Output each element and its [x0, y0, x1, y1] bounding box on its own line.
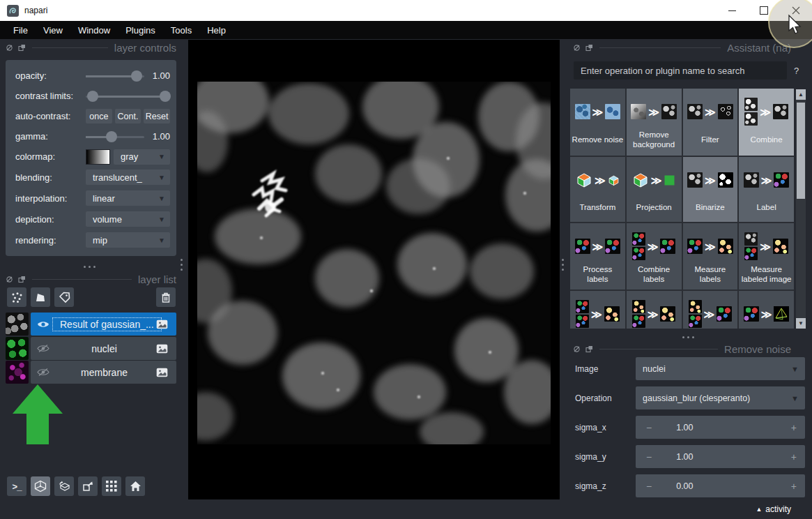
new-labels-layer-button[interactable] — [54, 287, 74, 307]
blending-select[interactable]: translucent_▼ — [86, 170, 170, 185]
auto-contrast-reset-button[interactable]: Reset — [144, 109, 170, 123]
image-layer-type-icon — [156, 368, 170, 377]
float-panel-icon[interactable] — [585, 44, 593, 52]
operation-label[interactable]: ≫Label — [739, 157, 794, 222]
menu-item-file[interactable]: File — [6, 25, 36, 36]
viewer-canvas[interactable] — [188, 40, 560, 499]
sigma-z-spinner[interactable]: − 0.00 + — [636, 474, 805, 497]
panel-splitter-handle[interactable] — [84, 266, 95, 268]
maximize-button[interactable] — [748, 0, 780, 21]
thumb-labels-color-icon — [744, 247, 758, 260]
opacity-slider[interactable] — [86, 70, 144, 82]
home-reset-view-button[interactable] — [125, 476, 145, 496]
layer-row-nuclei[interactable]: nuclei — [6, 337, 176, 360]
colormap-gradient-swatch[interactable] — [86, 149, 110, 165]
dock-resize-handle[interactable] — [562, 259, 564, 271]
scrollbar-thumb[interactable] — [797, 103, 805, 199]
menu-item-help[interactable]: Help — [199, 25, 233, 36]
minimize-button[interactable] — [716, 0, 748, 21]
visibility-eye-icon[interactable] — [37, 320, 52, 329]
roll-dimensions-button[interactable] — [54, 476, 74, 496]
layer-row-result-of-gaussian[interactable]: Result of gaussian_... — [6, 313, 176, 336]
chevron-right-icon: ≫ — [705, 107, 716, 117]
panel-splitter-handle[interactable] — [682, 336, 694, 338]
operation-remove-noise[interactable]: ≫Remove noise — [570, 89, 625, 156]
visibility-eye-off-icon[interactable] — [37, 368, 52, 377]
increment-button[interactable]: + — [791, 422, 797, 433]
visibility-eye-off-icon[interactable] — [37, 344, 52, 353]
contrast-limits-slider[interactable] — [86, 90, 170, 103]
operation-combine-labels[interactable]: ≫Combine labels — [627, 223, 682, 289]
operation-filter[interactable]: ≫Filter — [683, 89, 738, 156]
sigma-x-spinner[interactable]: − 1.00 + — [636, 416, 805, 439]
new-points-layer-button[interactable] — [7, 287, 26, 307]
gamma-label: gamma: — [15, 131, 86, 142]
decrement-button[interactable]: − — [646, 422, 652, 433]
sigma-x-value[interactable]: 1.00 — [676, 423, 693, 433]
image-select[interactable]: nuclei▼ — [636, 357, 805, 380]
decrement-button[interactable]: − — [646, 451, 652, 462]
nuclei-image — [197, 82, 551, 444]
auto-contrast-continuous-button[interactable]: Cont. — [115, 109, 141, 123]
operation-measure-labels[interactable]: ≫Measure labels — [683, 223, 738, 289]
window-title: napari — [24, 6, 47, 15]
layer-row-membrane[interactable]: membrane — [6, 361, 176, 384]
sigma-y-spinner[interactable]: − 1.00 + — [636, 445, 805, 468]
thumb-blobs-gray-icon — [687, 104, 703, 119]
dock-resize-handle[interactable] — [181, 259, 183, 271]
operation-row4-3[interactable]: ≫ — [683, 291, 738, 329]
operation-projection[interactable]: ≫Projection — [627, 157, 682, 222]
scroll-up-button[interactable]: ▲ — [796, 89, 806, 100]
ndisplay-toggle-button[interactable] — [31, 476, 50, 496]
close-button[interactable] — [780, 0, 812, 21]
activity-toggle[interactable]: ▲ activity — [756, 504, 791, 514]
float-panel-icon[interactable] — [18, 276, 26, 283]
3d-cube-icon — [34, 480, 47, 492]
float-panel-icon[interactable] — [18, 44, 26, 52]
increment-button[interactable]: + — [791, 451, 797, 462]
grid-view-button[interactable] — [102, 476, 121, 496]
increment-button[interactable]: + — [791, 481, 797, 492]
transpose-dimensions-button[interactable] — [78, 476, 98, 496]
operation-row4-1[interactable]: ≫ — [570, 291, 625, 329]
hide-panel-icon[interactable] — [6, 276, 13, 283]
thumb-labels-color-icon — [744, 306, 759, 322]
operation-binarize[interactable]: ≫Binarize — [683, 157, 738, 222]
operation-row4-4[interactable]: ≫ — [739, 291, 794, 329]
operation-label: Remove background — [627, 129, 682, 156]
operation-process-labels[interactable]: ≫Process labels — [570, 223, 625, 289]
operation-select[interactable]: gaussian_blur (clesperanto)▼ — [636, 386, 805, 409]
operation-remove-background[interactable]: ≫Remove background — [627, 89, 682, 156]
help-button[interactable]: ? — [794, 66, 799, 76]
auto-contrast-once-button[interactable]: once — [86, 109, 112, 123]
sigma-z-value[interactable]: 0.00 — [676, 481, 693, 491]
console-button[interactable]: >_ — [7, 476, 26, 496]
depiction-select[interactable]: volume▼ — [86, 211, 170, 227]
menu-item-window[interactable]: Window — [70, 25, 118, 36]
interpolation-select[interactable]: linear▼ — [86, 190, 170, 206]
rendering-select[interactable]: mip▼ — [86, 232, 170, 248]
colormap-select[interactable]: gray▼ — [114, 149, 170, 165]
new-shapes-layer-button[interactable] — [31, 287, 50, 307]
gamma-slider[interactable] — [86, 130, 144, 143]
menu-item-tools[interactable]: Tools — [163, 25, 199, 36]
operation-row4-2[interactable]: ≫ — [627, 291, 682, 329]
console-icon: >_ — [13, 481, 22, 492]
operation-measure-labeled-image[interactable]: ≫Measure labeled image — [739, 223, 794, 289]
float-panel-icon[interactable] — [585, 345, 593, 353]
menu-item-plugins[interactable]: Plugins — [118, 25, 163, 36]
operation-transform[interactable]: ≫Transform — [570, 157, 625, 222]
sigma-y-value[interactable]: 1.00 — [676, 452, 693, 462]
delete-layer-button[interactable] — [156, 287, 176, 307]
operation-combine[interactable]: ≫Combine — [739, 89, 794, 156]
scroll-down-button[interactable]: ▼ — [796, 318, 806, 329]
operations-scrollbar[interactable]: ▲ ▼ — [796, 89, 806, 329]
menu-item-view[interactable]: View — [36, 25, 70, 36]
hide-panel-icon[interactable] — [6, 44, 13, 52]
blending-label: blending: — [15, 172, 86, 183]
chevron-right-icon: ≫ — [648, 107, 659, 117]
decrement-button[interactable]: − — [646, 481, 652, 492]
operation-search-input[interactable]: Enter operation or plugin name to search — [574, 61, 787, 80]
hide-panel-icon[interactable] — [573, 44, 581, 52]
hide-panel-icon[interactable] — [573, 345, 581, 353]
